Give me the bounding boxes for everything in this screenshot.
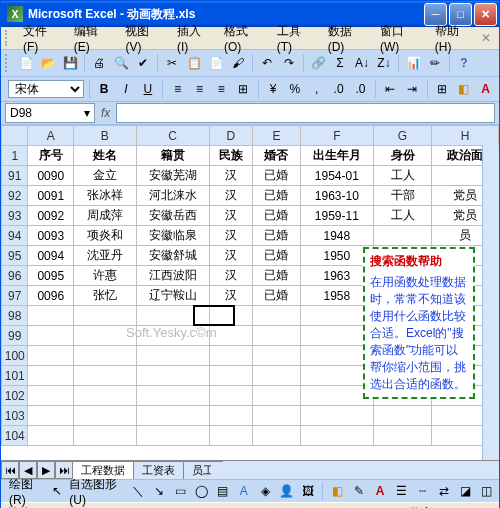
cell[interactable] xyxy=(136,306,209,326)
cell[interactable] xyxy=(74,386,137,406)
cell[interactable] xyxy=(136,386,209,406)
cell[interactable]: 已婚 xyxy=(253,286,301,306)
cell[interactable] xyxy=(74,366,137,386)
cell[interactable]: 汉 xyxy=(209,186,252,206)
cell[interactable]: 0094 xyxy=(28,246,74,266)
percent-icon[interactable]: % xyxy=(285,79,304,99)
toolbar-grip[interactable] xyxy=(5,54,12,72)
row-header[interactable]: 1 xyxy=(2,146,28,166)
cell[interactable] xyxy=(253,346,301,366)
cell[interactable] xyxy=(373,406,431,426)
cell[interactable] xyxy=(28,326,74,346)
italic-icon[interactable]: I xyxy=(117,79,136,99)
menu-help[interactable]: 帮助(H) xyxy=(429,21,481,56)
sum-icon[interactable]: Σ xyxy=(330,53,350,73)
preview-icon[interactable]: 🔍 xyxy=(111,53,131,73)
merge-icon[interactable]: ⊞ xyxy=(234,79,253,99)
cell[interactable] xyxy=(253,306,301,326)
cell[interactable]: 已婚 xyxy=(253,206,301,226)
undo-icon[interactable]: ↶ xyxy=(257,53,277,73)
comma-icon[interactable]: , xyxy=(307,79,326,99)
vertical-scrollbar[interactable] xyxy=(482,145,499,461)
doc-close-button[interactable]: ✕ xyxy=(481,31,491,45)
select-icon[interactable]: ↖ xyxy=(48,481,65,501)
align-center-icon[interactable]: ≡ xyxy=(190,79,209,99)
cell[interactable]: 籍贯 xyxy=(136,146,209,166)
cut-icon[interactable]: ✂ xyxy=(162,53,182,73)
column-header-B[interactable]: B xyxy=(74,126,137,146)
column-header-A[interactable]: A xyxy=(28,126,74,146)
row-header[interactable]: 95 xyxy=(2,246,28,266)
cell[interactable]: 序号 xyxy=(28,146,74,166)
cell[interactable] xyxy=(136,346,209,366)
line-style-icon[interactable]: ☰ xyxy=(393,481,410,501)
copy-icon[interactable]: 📋 xyxy=(184,53,204,73)
cell[interactable] xyxy=(209,366,252,386)
row-header[interactable]: 101 xyxy=(2,366,28,386)
cell[interactable] xyxy=(373,226,431,246)
cell[interactable]: 汉 xyxy=(209,266,252,286)
cell[interactable]: 0092 xyxy=(28,206,74,226)
cell[interactable]: 安徽芜湖 xyxy=(136,166,209,186)
cell[interactable] xyxy=(209,426,252,446)
autoshapes-menu[interactable]: 自选图形(U) xyxy=(69,476,125,507)
cell[interactable] xyxy=(209,346,252,366)
menu-view[interactable]: 视图(V) xyxy=(119,21,171,56)
cell[interactable]: 0090 xyxy=(28,166,74,186)
select-all-button[interactable] xyxy=(2,126,28,146)
cell[interactable]: 河北涞水 xyxy=(136,186,209,206)
shadow-icon[interactable]: ◪ xyxy=(456,481,473,501)
cell[interactable] xyxy=(136,366,209,386)
cell[interactable]: 汉 xyxy=(209,206,252,226)
font-color2-icon[interactable]: A xyxy=(371,481,388,501)
3d-icon[interactable]: ◫ xyxy=(478,481,495,501)
underline-icon[interactable]: U xyxy=(138,79,157,99)
menu-insert[interactable]: 插入(I) xyxy=(171,21,218,56)
cell[interactable]: 辽宁鞍山 xyxy=(136,286,209,306)
cell[interactable]: 1948 xyxy=(300,226,373,246)
column-header-H[interactable]: H xyxy=(432,126,499,146)
cell[interactable] xyxy=(74,306,137,326)
new-icon[interactable]: 📄 xyxy=(16,53,36,73)
row-header[interactable]: 96 xyxy=(2,266,28,286)
inc-decimal-icon[interactable]: .0 xyxy=(329,79,348,99)
cell[interactable]: 汉 xyxy=(209,286,252,306)
cell[interactable]: 已婚 xyxy=(253,266,301,286)
drawing-icon[interactable]: ✏ xyxy=(425,53,445,73)
cell[interactable] xyxy=(136,406,209,426)
cell[interactable]: 工人 xyxy=(373,166,431,186)
cell[interactable]: 周成萍 xyxy=(74,206,137,226)
cell[interactable]: 已婚 xyxy=(253,186,301,206)
row-header[interactable]: 93 xyxy=(2,206,28,226)
sheet-tab-1[interactable]: 工程数据 xyxy=(72,461,134,479)
open-icon[interactable]: 📂 xyxy=(38,53,58,73)
arrow-icon[interactable]: ↘ xyxy=(150,481,167,501)
cell[interactable]: 汉 xyxy=(209,166,252,186)
cell[interactable]: 江西波阳 xyxy=(136,266,209,286)
currency-icon[interactable]: ¥ xyxy=(264,79,283,99)
cell[interactable]: 已婚 xyxy=(253,246,301,266)
row-header[interactable]: 92 xyxy=(2,186,28,206)
sort-asc-icon[interactable]: A↓ xyxy=(352,53,372,73)
help-icon[interactable]: ? xyxy=(454,53,474,73)
spell-icon[interactable]: ✔ xyxy=(133,53,153,73)
cell[interactable] xyxy=(28,406,74,426)
print-icon[interactable]: 🖨 xyxy=(89,53,109,73)
dec-decimal-icon[interactable]: .0 xyxy=(351,79,370,99)
column-header-E[interactable]: E xyxy=(253,126,301,146)
tab-nav-prev-icon[interactable]: ◀ xyxy=(19,461,37,479)
cell[interactable]: 张冰祥 xyxy=(74,186,137,206)
cell[interactable]: 工人 xyxy=(373,206,431,226)
cell[interactable]: 张忆 xyxy=(74,286,137,306)
row-header[interactable]: 98 xyxy=(2,306,28,326)
picture-icon[interactable]: 🖼 xyxy=(299,481,316,501)
redo-icon[interactable]: ↷ xyxy=(279,53,299,73)
clipart-icon[interactable]: 👤 xyxy=(278,481,295,501)
inc-indent-icon[interactable]: ⇥ xyxy=(403,79,422,99)
menu-window[interactable]: 窗口(W) xyxy=(374,21,429,56)
cell[interactable] xyxy=(74,346,137,366)
cell[interactable] xyxy=(300,426,373,446)
cell[interactable] xyxy=(253,326,301,346)
cell[interactable]: 汉 xyxy=(209,246,252,266)
font-color-icon[interactable]: A xyxy=(476,79,495,99)
